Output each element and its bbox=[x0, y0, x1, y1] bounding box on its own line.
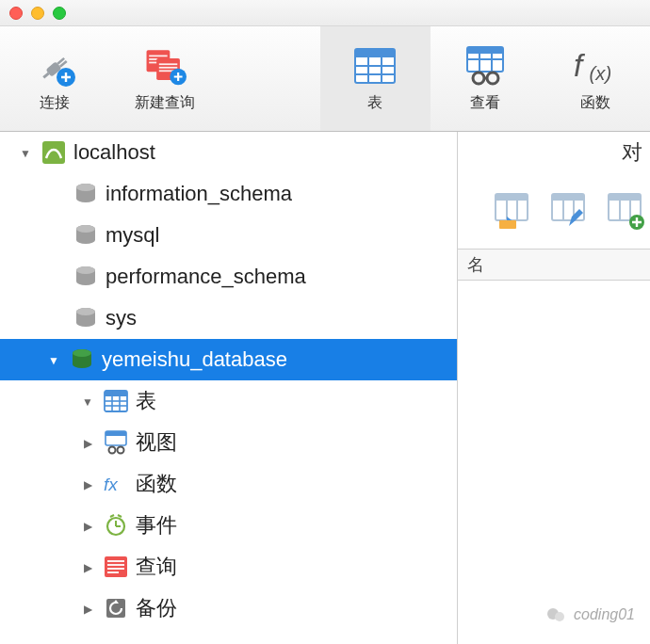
table-column-header-name[interactable]: 名 bbox=[458, 249, 650, 281]
svg-rect-21 bbox=[467, 47, 503, 54]
svg-point-40 bbox=[73, 349, 91, 357]
database-icon bbox=[72, 304, 100, 332]
tree-functions-node[interactable]: fx 函数 bbox=[0, 463, 457, 505]
design-table-button[interactable] bbox=[550, 192, 588, 230]
toolbar-table-label: 表 bbox=[367, 93, 382, 113]
main-toolbar: 连接 新建查询 bbox=[0, 26, 650, 132]
watermark: coding01 bbox=[545, 604, 635, 625]
connection-tree: localhost information_schema mysql perfo… bbox=[0, 132, 458, 644]
svg-rect-3 bbox=[43, 72, 50, 79]
tree-database-label: mysql bbox=[106, 223, 457, 248]
disclosure-arrow-icon[interactable] bbox=[79, 559, 96, 574]
tree-functions-label: 函数 bbox=[136, 470, 457, 498]
connection-icon bbox=[40, 138, 68, 167]
svg-point-32 bbox=[76, 184, 95, 191]
wechat-icon bbox=[545, 604, 566, 625]
svg-point-25 bbox=[473, 72, 484, 84]
window-titlebar bbox=[0, 0, 650, 26]
svg-rect-6 bbox=[149, 56, 167, 57]
svg-rect-64 bbox=[496, 194, 528, 201]
svg-point-50 bbox=[118, 447, 124, 454]
database-icon bbox=[72, 221, 100, 250]
table-icon bbox=[353, 44, 397, 88]
tree-events-label: 事件 bbox=[136, 511, 457, 539]
toolbar-view-label: 查看 bbox=[470, 93, 500, 113]
tree-views-node[interactable]: 视图 bbox=[0, 422, 457, 463]
content-pane: 对 名 coding01 bbox=[458, 132, 650, 644]
function-icon: f (x) bbox=[574, 44, 617, 88]
toolbar-connect-button[interactable]: 连接 bbox=[0, 26, 110, 131]
toolbar-new-query-button[interactable]: 新建查询 bbox=[110, 26, 220, 131]
svg-point-36 bbox=[76, 266, 95, 274]
svg-rect-10 bbox=[159, 63, 177, 65]
toolbar-function-button[interactable]: f (x) 函数 bbox=[540, 26, 650, 131]
clock-icon bbox=[102, 511, 130, 539]
svg-rect-67 bbox=[499, 220, 516, 229]
function-small-icon: fx bbox=[102, 470, 130, 498]
new-query-icon bbox=[143, 44, 187, 88]
view-icon bbox=[102, 428, 130, 457]
svg-rect-59 bbox=[107, 564, 124, 566]
toolbar-function-label: 函数 bbox=[580, 93, 610, 113]
svg-rect-15 bbox=[355, 49, 395, 57]
toolbar-new-query-label: 新建查询 bbox=[135, 93, 195, 113]
tree-tables-label: 表 bbox=[136, 387, 457, 415]
disclosure-arrow-icon[interactable] bbox=[45, 352, 62, 367]
svg-rect-73 bbox=[609, 194, 641, 201]
toolbar-view-button[interactable]: 查看 bbox=[431, 26, 541, 131]
svg-point-49 bbox=[109, 447, 116, 454]
svg-rect-48 bbox=[106, 431, 126, 436]
svg-rect-58 bbox=[107, 560, 124, 562]
backup-icon bbox=[102, 594, 130, 622]
window-minimize-button[interactable] bbox=[31, 7, 44, 20]
svg-rect-30 bbox=[42, 141, 65, 164]
svg-rect-42 bbox=[105, 391, 127, 396]
database-icon bbox=[72, 180, 100, 208]
plug-icon bbox=[33, 44, 76, 88]
tree-database-label: information_schema bbox=[106, 182, 457, 206]
svg-rect-57 bbox=[105, 556, 127, 577]
window-close-button[interactable] bbox=[9, 7, 23, 20]
tree-backups-node[interactable]: 备份 bbox=[0, 588, 457, 629]
svg-point-26 bbox=[487, 72, 498, 84]
svg-point-78 bbox=[555, 612, 564, 621]
database-active-icon bbox=[68, 346, 96, 374]
svg-text:f: f bbox=[574, 48, 586, 83]
tree-connection-label: localhost bbox=[73, 140, 457, 165]
content-title-fragment: 对 bbox=[458, 132, 650, 173]
disclosure-arrow-icon[interactable] bbox=[79, 476, 96, 491]
svg-line-56 bbox=[118, 515, 122, 517]
svg-rect-60 bbox=[107, 568, 124, 570]
svg-rect-61 bbox=[107, 572, 119, 573]
table-icon bbox=[102, 387, 130, 415]
disclosure-arrow-icon[interactable] bbox=[79, 394, 96, 409]
tree-database-node-selected[interactable]: yemeishu_database bbox=[0, 339, 457, 380]
svg-line-55 bbox=[110, 515, 114, 517]
window-maximize-button[interactable] bbox=[53, 7, 66, 20]
new-table-button[interactable] bbox=[607, 192, 644, 230]
tree-database-label: sys bbox=[106, 306, 457, 330]
tree-queries-node[interactable]: 查询 bbox=[0, 546, 457, 588]
svg-rect-69 bbox=[552, 194, 584, 201]
tree-queries-label: 查询 bbox=[136, 553, 457, 581]
disclosure-arrow-icon[interactable] bbox=[79, 518, 96, 533]
tree-database-node[interactable]: sys bbox=[0, 298, 457, 339]
tree-database-node[interactable]: performance_schema bbox=[0, 256, 457, 298]
disclosure-arrow-icon[interactable] bbox=[79, 601, 96, 616]
toolbar-table-button[interactable]: 表 bbox=[320, 26, 431, 131]
toolbar-connect-label: 连接 bbox=[40, 93, 70, 113]
tree-database-label: yemeishu_database bbox=[102, 347, 457, 372]
open-table-button[interactable] bbox=[494, 192, 531, 230]
tree-events-node[interactable]: 事件 bbox=[0, 505, 457, 546]
view-icon bbox=[463, 44, 507, 88]
tree-database-node[interactable]: information_schema bbox=[0, 173, 457, 215]
tree-connection-node[interactable]: localhost bbox=[0, 132, 457, 173]
tree-tables-node[interactable]: 表 bbox=[0, 380, 457, 422]
disclosure-arrow-icon[interactable] bbox=[17, 145, 34, 160]
disclosure-arrow-icon[interactable] bbox=[79, 435, 96, 450]
tree-database-node[interactable]: mysql bbox=[0, 215, 457, 256]
content-toolbar bbox=[458, 173, 650, 249]
tree-views-label: 视图 bbox=[136, 428, 457, 457]
svg-rect-11 bbox=[159, 67, 177, 69]
svg-text:fx: fx bbox=[104, 475, 119, 494]
